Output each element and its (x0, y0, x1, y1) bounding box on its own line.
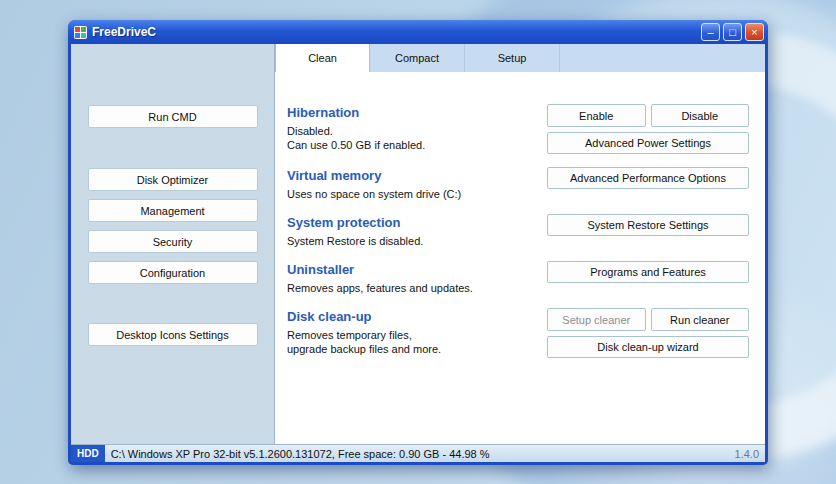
uninstaller-detail-text: Removes apps, features and updates. (287, 281, 547, 295)
tab-setup[interactable]: Setup (465, 44, 560, 72)
hdd-status-badge: HDD (71, 445, 105, 462)
tab-strip: Clean Compact Setup (275, 44, 765, 72)
window-title: FreeDriveC (92, 25, 698, 39)
hibernation-title: Hibernation (287, 105, 547, 120)
programs-and-features-button[interactable]: Programs and Features (547, 261, 749, 283)
uninstaller-section: Uninstaller Removes apps, features and u… (287, 261, 749, 295)
hibernation-status-text: Disabled. (287, 124, 547, 138)
uninstaller-title: Uninstaller (287, 262, 547, 277)
disk-cleanup-detail-text-2: upgrade backup files and more. (287, 342, 547, 356)
setup-cleaner-button[interactable]: Setup cleaner (547, 308, 646, 331)
system-protection-title: System protection (287, 215, 547, 230)
clean-tab-content: Hibernation Disabled. Can use 0.50 GB if… (275, 72, 765, 444)
hibernation-enable-button[interactable]: Enable (547, 104, 646, 127)
sidebar-security-button[interactable]: Security (88, 230, 258, 253)
advanced-power-settings-button[interactable]: Advanced Power Settings (547, 132, 749, 154)
run-cleaner-button[interactable]: Run cleaner (651, 308, 750, 331)
tab-clean[interactable]: Clean (275, 44, 370, 72)
hibernation-disable-button[interactable]: Disable (651, 104, 750, 127)
hibernation-detail-text: Can use 0.50 GB if enabled. (287, 138, 547, 152)
virtual-memory-status-text: Uses no space on system drive (C:) (287, 187, 547, 201)
main-panel: Clean Compact Setup Hibernation Disabled… (275, 44, 765, 444)
app-logo-icon (74, 26, 87, 39)
drive-info-text: C:\ Windows XP Pro 32-bit v5.1.2600.1310… (111, 448, 735, 460)
window-body: Run CMD Disk Optimizer Management Securi… (71, 44, 765, 444)
sidebar-configuration-button[interactable]: Configuration (88, 261, 258, 284)
disk-cleanup-section: Disk clean-up Removes temporary files, u… (287, 308, 749, 358)
hibernation-section: Hibernation Disabled. Can use 0.50 GB if… (287, 104, 749, 154)
sidebar-management-button[interactable]: Management (88, 199, 258, 222)
sidebar-desktop-icons-settings-button[interactable]: Desktop Icons Settings (88, 323, 258, 346)
advanced-performance-options-button[interactable]: Advanced Performance Options (547, 167, 749, 189)
sidebar-run-cmd-button[interactable]: Run CMD (88, 105, 258, 128)
tab-compact[interactable]: Compact (370, 44, 465, 72)
disk-cleanup-title: Disk clean-up (287, 309, 547, 324)
close-button[interactable]: × (745, 23, 764, 41)
titlebar[interactable]: FreeDriveC – □ × (68, 20, 768, 44)
sidebar: Run CMD Disk Optimizer Management Securi… (71, 44, 275, 444)
sidebar-disk-optimizer-button[interactable]: Disk Optimizer (88, 168, 258, 191)
disk-cleanup-detail-text-1: Removes temporary files, (287, 328, 547, 342)
disk-cleanup-wizard-button[interactable]: Disk clean-up wizard (547, 336, 749, 358)
app-window: FreeDriveC – □ × Run CMD Disk Optimizer … (68, 20, 768, 465)
system-restore-settings-button[interactable]: System Restore Settings (547, 214, 749, 236)
maximize-button[interactable]: □ (723, 23, 742, 41)
desktop-background: FreeDriveC – □ × Run CMD Disk Optimizer … (0, 0, 836, 484)
minimize-button[interactable]: – (701, 23, 720, 41)
status-bar: HDD C:\ Windows XP Pro 32-bit v5.1.2600.… (71, 444, 765, 462)
virtual-memory-section: Virtual memory Uses no space on system d… (287, 167, 749, 201)
system-protection-status-text: System Restore is disabled. (287, 234, 547, 248)
system-protection-section: System protection System Restore is disa… (287, 214, 749, 248)
app-version-text: 1.4.0 (735, 448, 759, 460)
virtual-memory-title: Virtual memory (287, 168, 547, 183)
